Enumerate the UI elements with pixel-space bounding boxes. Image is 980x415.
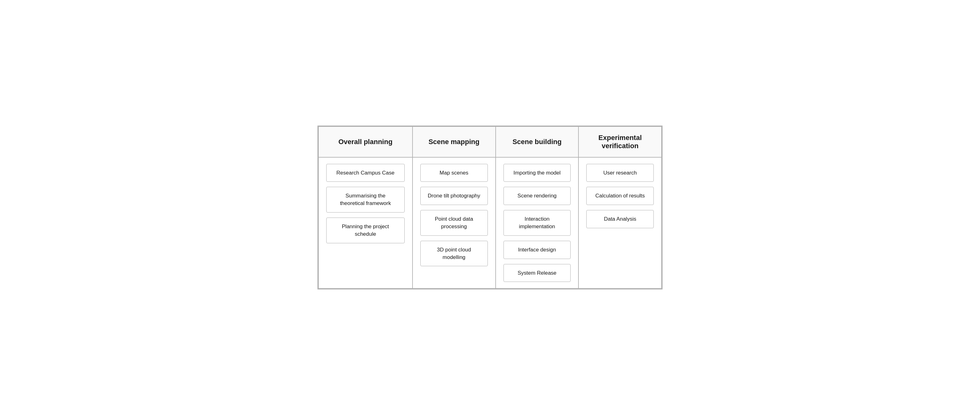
header-col-3: Experimental verification — [579, 126, 662, 157]
item-col0-row2: Planning the project schedule — [326, 217, 405, 243]
item-col0-row1: Summarising the theoretical framework — [326, 187, 405, 212]
item-col3-row2: Data Analysis — [586, 210, 654, 228]
item-col1-row3: 3D point cloud modelling — [420, 241, 488, 267]
column-3: User researchCalculation of resultsData … — [579, 157, 662, 289]
column-2: Importing the modelScene renderingIntera… — [496, 157, 579, 289]
column-1: Map scenesDrone tilt photographyPoint cl… — [412, 157, 496, 289]
item-col1-row1: Drone tilt photography — [420, 187, 488, 205]
item-col1-row0: Map scenes — [420, 164, 488, 182]
header-col-1: Scene mapping — [412, 126, 496, 157]
item-col3-row0: User research — [586, 164, 654, 182]
item-col1-row2: Point cloud data processing — [420, 210, 488, 236]
item-col2-row3: Interface design — [503, 241, 571, 259]
item-col2-row4: System Release — [503, 264, 571, 282]
item-col3-row1: Calculation of results — [586, 187, 654, 205]
header-col-2: Scene building — [496, 126, 579, 157]
item-col2-row2: Interaction implementation — [503, 210, 571, 236]
header-col-0: Overall planning — [318, 126, 412, 157]
main-table: Overall planningScene mappingScene build… — [317, 126, 663, 290]
column-0: Research Campus CaseSummarising the theo… — [318, 157, 412, 289]
item-col2-row1: Scene rendering — [503, 187, 571, 205]
item-col2-row0: Importing the model — [503, 164, 571, 182]
item-col0-row0: Research Campus Case — [326, 164, 405, 182]
